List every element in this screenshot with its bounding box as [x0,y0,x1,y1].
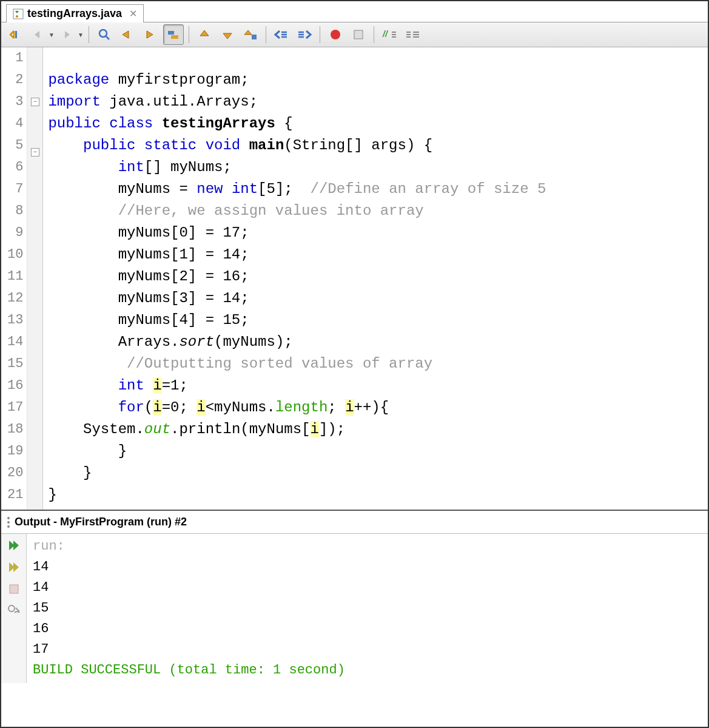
line-number: 18 [7,419,23,440]
line-number: 2 [7,69,23,91]
line-number: 3 [7,91,23,113]
drag-handle-icon[interactable] [7,517,10,528]
svg-rect-5 [168,31,174,35]
code-line[interactable]: Arrays.sort(myNums); [48,331,546,353]
code-line[interactable]: } [48,440,546,462]
fold-gutter: −− [27,47,43,510]
file-tab-label: testingArrays.java [27,7,122,20]
close-tab-icon[interactable]: ✕ [129,8,137,19]
find-button[interactable] [94,24,115,45]
code-line[interactable]: myNums[3] = 14; [48,288,546,309]
uncomment-button[interactable] [402,24,423,45]
editor-tab-bar: testingArrays.java ✕ [1,1,708,22]
line-number: 10 [7,244,23,266]
shift-right-button[interactable] [294,24,315,45]
output-text[interactable]: run:1414151617BUILD SUCCESSFUL (total ti… [27,534,351,683]
macro-stop-button[interactable] [348,24,369,45]
code-line[interactable]: } [48,462,546,484]
find-next-button[interactable] [140,24,161,45]
code-editor[interactable]: 123456789101112131415161718192021 −− pac… [1,47,708,511]
last-edit-button[interactable] [5,24,25,45]
line-number: 1 [7,47,23,69]
code-line[interactable]: } [48,484,546,506]
code-line[interactable]: int i=1; [48,375,546,397]
line-number: 12 [7,288,23,309]
output-line: 17 [33,639,345,660]
output-line: 14 [33,557,345,578]
svg-rect-0 [13,9,23,19]
code-line[interactable]: myNums = new int[5]; //Define an array o… [48,178,546,200]
line-number: 4 [7,113,23,135]
output-line: BUILD SUCCESSFUL (total time: 1 second) [33,660,345,681]
svg-rect-6 [171,35,178,39]
line-number: 11 [7,266,23,288]
svg-text://: // [382,29,389,39]
line-number: 15 [7,353,23,375]
rerun-button[interactable] [5,536,23,554]
dropdown-icon[interactable]: ▼ [49,32,55,38]
prev-bookmark-button[interactable] [194,24,215,45]
code-line[interactable]: myNums[4] = 15; [48,309,546,331]
line-number: 19 [7,440,23,462]
output-line: 14 [33,578,345,598]
code-line[interactable]: import java.util.Arrays; [48,91,546,113]
line-number: 16 [7,375,23,397]
line-number: 13 [7,309,23,331]
java-file-icon [13,8,24,19]
macro-record-button[interactable] [325,24,346,45]
svg-rect-7 [252,35,257,39]
fold-toggle[interactable]: − [31,148,39,157]
output-panel-title-bar: Output - MyFirstProgram (run) #2 [1,511,708,534]
svg-point-1 [16,15,18,18]
stop-button[interactable] [5,580,23,598]
line-number: 17 [7,397,23,419]
code-line[interactable]: System.out.println(myNums[i]); [48,419,546,440]
code-line[interactable]: for(i=0; i<myNums.length; i++){ [48,397,546,419]
svg-line-4 [106,36,109,39]
back-button[interactable] [28,24,49,45]
editor-toolbar: ▼ ▼ // [1,22,708,47]
forward-button[interactable] [57,24,78,45]
output-line: 15 [33,598,345,619]
svg-point-14 [331,30,340,39]
rerun-alt-button[interactable] [5,558,23,576]
code-line[interactable]: myNums[0] = 17; [48,222,546,244]
line-number-gutter: 123456789101112131415161718192021 [1,47,27,510]
output-toolbar [1,534,27,683]
code-line[interactable]: //Outputting sorted values of array [48,353,546,375]
settings-button[interactable] [5,602,23,620]
comment-button[interactable]: // [379,24,400,45]
toggle-bookmark-button[interactable] [240,24,261,45]
code-area[interactable]: package myfirstprogram;import java.util.… [43,47,546,510]
line-number: 9 [7,222,23,244]
code-line[interactable]: public class testingArrays { [48,113,546,135]
dropdown-icon[interactable]: ▼ [78,32,84,38]
code-line[interactable]: int[] myNums; [48,157,546,178]
fold-toggle[interactable]: − [31,98,39,106]
next-bookmark-button[interactable] [217,24,238,45]
svg-point-3 [99,30,107,37]
code-line[interactable]: //Here, we assign values into array [48,200,546,222]
line-number: 7 [7,178,23,200]
code-line[interactable]: package myfirstprogram; [48,69,546,91]
line-number: 6 [7,157,23,178]
highlight-toggle-button[interactable] [163,24,184,45]
svg-point-27 [8,605,15,612]
svg-rect-26 [10,585,18,593]
line-number: 14 [7,331,23,353]
shift-left-button[interactable] [271,24,292,45]
file-tab[interactable]: testingArrays.java ✕ [6,4,144,22]
find-prev-button[interactable] [117,24,138,45]
output-line: 16 [33,619,345,639]
line-number: 20 [7,462,23,484]
output-panel: run:1414151617BUILD SUCCESSFUL (total ti… [1,534,708,683]
code-line[interactable] [48,47,546,69]
code-line[interactable]: public static void main(String[] args) { [48,135,546,157]
code-line[interactable]: myNums[1] = 14; [48,244,546,266]
output-line: run: [33,536,345,557]
svg-rect-2 [15,31,17,38]
code-line[interactable]: myNums[2] = 16; [48,266,546,288]
line-number: 8 [7,200,23,222]
line-number: 21 [7,484,23,506]
output-title: Output - MyFirstProgram (run) #2 [15,516,187,528]
